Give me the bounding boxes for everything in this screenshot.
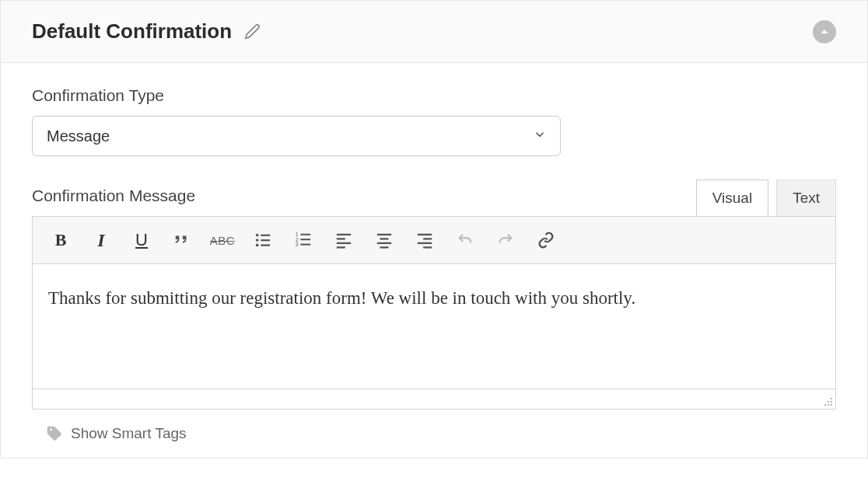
svg-point-28 [828, 404, 829, 406]
svg-rect-13 [337, 238, 345, 239]
svg-rect-7 [300, 234, 310, 235]
redo-icon [495, 232, 516, 249]
svg-rect-14 [337, 242, 351, 244]
align-left-button[interactable] [324, 223, 364, 257]
svg-rect-19 [380, 246, 389, 248]
show-smart-tags[interactable]: Show Smart Tags [46, 425, 836, 442]
svg-point-4 [256, 244, 259, 247]
blockquote-button[interactable] [162, 223, 202, 257]
confirmation-type-select-wrap [32, 116, 561, 156]
collapse-button[interactable] [813, 20, 836, 44]
smart-tags-label: Show Smart Tags [71, 425, 187, 442]
link-button[interactable] [526, 223, 566, 257]
svg-rect-12 [337, 234, 351, 235]
strikethrough-button[interactable]: ABC [202, 223, 243, 257]
redo-button[interactable] [485, 223, 526, 257]
italic-button[interactable]: I [81, 223, 121, 257]
align-center-button[interactable] [364, 223, 404, 257]
align-right-button[interactable] [404, 223, 445, 257]
editor-container: B I U ABC [32, 216, 836, 410]
bold-button[interactable]: B [40, 223, 81, 257]
undo-button[interactable] [445, 223, 485, 257]
svg-rect-3 [261, 239, 270, 241]
tab-visual[interactable]: Visual [696, 180, 768, 216]
pencil-icon[interactable] [244, 23, 261, 40]
quote-icon [172, 232, 192, 249]
svg-point-29 [831, 404, 832, 406]
svg-point-26 [831, 401, 832, 403]
svg-rect-20 [418, 234, 432, 235]
bullet-list-button[interactable] [243, 223, 283, 257]
link-icon [536, 232, 556, 249]
undo-icon [455, 232, 475, 249]
align-center-icon [375, 232, 394, 249]
message-editor[interactable]: Thanks for submitting our registration f… [33, 264, 835, 389]
svg-point-24 [831, 398, 832, 399]
svg-rect-18 [377, 242, 391, 244]
svg-point-2 [256, 239, 259, 242]
svg-rect-21 [423, 238, 432, 239]
editor-tabs: Visual Text [696, 180, 836, 216]
tab-text[interactable]: Text [776, 180, 836, 216]
tag-icon [46, 425, 63, 442]
panel-header: Default Confirmation [1, 1, 867, 63]
confirmation-panel: Default Confirmation Confirmation Type [0, 0, 868, 458]
panel-title-wrap: Default Confirmation [32, 19, 261, 44]
svg-point-27 [824, 404, 826, 406]
editor-toolbar: B I U ABC [33, 217, 835, 264]
align-left-icon [334, 232, 353, 249]
svg-rect-11 [300, 244, 310, 246]
svg-rect-16 [377, 234, 391, 235]
panel-body: Confirmation Type Confirmation Message V… [1, 63, 867, 458]
confirmation-message-label: Confirmation Message [32, 186, 195, 205]
underline-button[interactable]: U [121, 223, 162, 257]
message-field-header: Confirmation Message Visual Text [32, 180, 836, 216]
svg-point-25 [828, 401, 829, 403]
confirmation-type-field: Confirmation Type [32, 86, 836, 156]
bullet-list-icon [253, 232, 273, 249]
resize-handle[interactable] [822, 396, 833, 406]
editor-footer [33, 389, 835, 409]
svg-rect-17 [380, 238, 389, 239]
confirmation-type-select[interactable] [32, 116, 561, 156]
svg-rect-5 [261, 245, 270, 246]
numbered-list-button[interactable]: 1 2 3 [283, 223, 324, 257]
svg-rect-9 [300, 239, 310, 240]
svg-rect-15 [337, 246, 345, 248]
svg-text:3: 3 [296, 242, 299, 247]
numbered-list-icon: 1 2 3 [293, 232, 313, 249]
confirmation-type-label: Confirmation Type [32, 86, 836, 105]
panel-title: Default Confirmation [32, 19, 232, 44]
align-right-icon [415, 232, 434, 249]
svg-rect-23 [423, 246, 432, 248]
svg-rect-1 [261, 235, 270, 236]
svg-point-0 [256, 234, 259, 237]
confirmation-message-field: Confirmation Message Visual Text B I U [32, 180, 836, 442]
svg-rect-22 [418, 242, 432, 244]
